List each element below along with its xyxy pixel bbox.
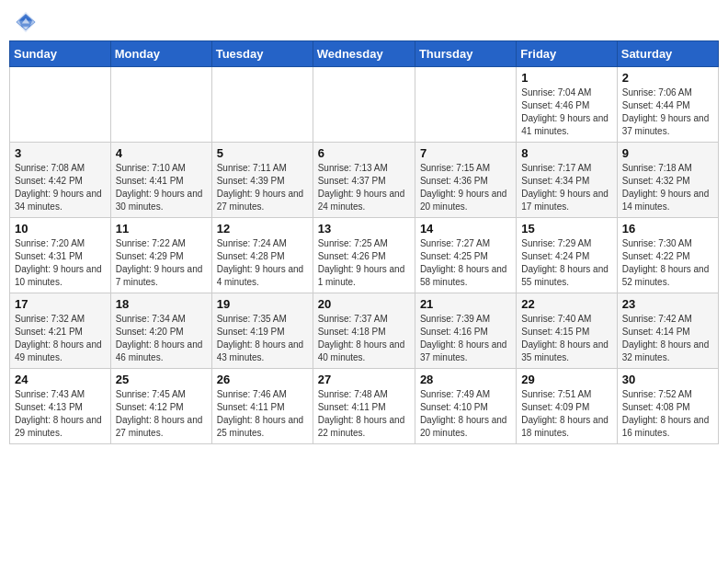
week-row-1: 1Sunrise: 7:04 AM Sunset: 4:46 PM Daylig… bbox=[10, 67, 719, 143]
day-info: Sunrise: 7:37 AM Sunset: 4:18 PM Dayligh… bbox=[318, 313, 410, 364]
calendar-cell: 7Sunrise: 7:15 AM Sunset: 4:36 PM Daylig… bbox=[415, 143, 516, 218]
calendar-cell: 23Sunrise: 7:42 AM Sunset: 4:14 PM Dayli… bbox=[617, 293, 718, 369]
day-number: 1 bbox=[521, 71, 611, 85]
day-info: Sunrise: 7:08 AM Sunset: 4:42 PM Dayligh… bbox=[15, 162, 106, 213]
day-number: 22 bbox=[521, 297, 611, 311]
day-number: 13 bbox=[318, 222, 410, 236]
day-info: Sunrise: 7:30 AM Sunset: 4:22 PM Dayligh… bbox=[622, 237, 713, 289]
week-row-3: 10Sunrise: 7:20 AM Sunset: 4:31 PM Dayli… bbox=[10, 218, 719, 293]
calendar-cell: 24Sunrise: 7:43 AM Sunset: 4:13 PM Dayli… bbox=[10, 369, 111, 444]
calendar-cell bbox=[415, 67, 516, 143]
day-number: 30 bbox=[622, 373, 713, 386]
calendar-cell: 21Sunrise: 7:39 AM Sunset: 4:16 PM Dayli… bbox=[415, 293, 516, 369]
day-number: 25 bbox=[116, 373, 207, 386]
day-number: 18 bbox=[116, 297, 207, 311]
calendar-cell: 19Sunrise: 7:35 AM Sunset: 4:19 PM Dayli… bbox=[211, 293, 313, 369]
day-info: Sunrise: 7:17 AM Sunset: 4:34 PM Dayligh… bbox=[521, 162, 611, 213]
day-number: 6 bbox=[318, 146, 410, 160]
day-info: Sunrise: 7:20 AM Sunset: 4:31 PM Dayligh… bbox=[15, 237, 106, 289]
calendar-cell: 3Sunrise: 7:08 AM Sunset: 4:42 PM Daylig… bbox=[10, 143, 111, 218]
day-info: Sunrise: 7:15 AM Sunset: 4:36 PM Dayligh… bbox=[420, 162, 511, 213]
calendar-cell: 1Sunrise: 7:04 AM Sunset: 4:46 PM Daylig… bbox=[517, 67, 617, 143]
day-info: Sunrise: 7:45 AM Sunset: 4:12 PM Dayligh… bbox=[116, 388, 207, 440]
day-number: 10 bbox=[15, 222, 106, 236]
calendar-cell bbox=[313, 67, 415, 143]
day-number: 28 bbox=[420, 373, 511, 386]
day-number: 26 bbox=[217, 373, 308, 386]
day-info: Sunrise: 7:52 AM Sunset: 4:08 PM Dayligh… bbox=[622, 388, 713, 440]
calendar-cell: 9Sunrise: 7:18 AM Sunset: 4:32 PM Daylig… bbox=[617, 143, 718, 218]
day-info: Sunrise: 7:40 AM Sunset: 4:15 PM Dayligh… bbox=[521, 313, 611, 364]
calendar-cell: 25Sunrise: 7:45 AM Sunset: 4:12 PM Dayli… bbox=[110, 369, 211, 444]
day-number: 4 bbox=[116, 146, 207, 160]
weekday-wednesday: Wednesday bbox=[313, 41, 415, 67]
weekday-tuesday: Tuesday bbox=[211, 41, 313, 67]
day-info: Sunrise: 7:25 AM Sunset: 4:26 PM Dayligh… bbox=[318, 237, 410, 289]
day-info: Sunrise: 7:35 AM Sunset: 4:19 PM Dayligh… bbox=[217, 313, 308, 364]
day-number: 23 bbox=[622, 297, 713, 311]
calendar-cell: 29Sunrise: 7:51 AM Sunset: 4:09 PM Dayli… bbox=[517, 369, 617, 444]
day-info: Sunrise: 7:22 AM Sunset: 4:29 PM Dayligh… bbox=[116, 237, 207, 289]
calendar-cell: 10Sunrise: 7:20 AM Sunset: 4:31 PM Dayli… bbox=[10, 218, 111, 293]
day-number: 20 bbox=[318, 297, 410, 311]
weekday-monday: Monday bbox=[110, 41, 211, 67]
day-info: Sunrise: 7:18 AM Sunset: 4:32 PM Dayligh… bbox=[622, 162, 713, 213]
day-number: 5 bbox=[217, 146, 308, 160]
day-info: Sunrise: 7:32 AM Sunset: 4:21 PM Dayligh… bbox=[15, 313, 106, 364]
calendar-cell: 26Sunrise: 7:46 AM Sunset: 4:11 PM Dayli… bbox=[211, 369, 313, 444]
calendar-cell: 17Sunrise: 7:32 AM Sunset: 4:21 PM Dayli… bbox=[10, 293, 111, 369]
day-info: Sunrise: 7:42 AM Sunset: 4:14 PM Dayligh… bbox=[622, 313, 713, 364]
day-info: Sunrise: 7:46 AM Sunset: 4:11 PM Dayligh… bbox=[217, 388, 308, 440]
day-number: 15 bbox=[521, 222, 611, 236]
day-number: 8 bbox=[521, 146, 611, 160]
day-number: 12 bbox=[217, 222, 308, 236]
calendar-cell: 5Sunrise: 7:11 AM Sunset: 4:39 PM Daylig… bbox=[211, 143, 313, 218]
day-info: Sunrise: 7:13 AM Sunset: 4:37 PM Dayligh… bbox=[318, 162, 410, 213]
calendar-cell bbox=[110, 67, 211, 143]
calendar-cell: 16Sunrise: 7:30 AM Sunset: 4:22 PM Dayli… bbox=[617, 218, 718, 293]
day-number: 24 bbox=[15, 373, 106, 386]
week-row-4: 17Sunrise: 7:32 AM Sunset: 4:21 PM Dayli… bbox=[10, 293, 719, 369]
calendar-cell: 13Sunrise: 7:25 AM Sunset: 4:26 PM Dayli… bbox=[313, 218, 415, 293]
day-info: Sunrise: 7:34 AM Sunset: 4:20 PM Dayligh… bbox=[116, 313, 207, 364]
calendar-cell: 27Sunrise: 7:48 AM Sunset: 4:11 PM Dayli… bbox=[313, 369, 415, 444]
day-number: 2 bbox=[622, 71, 713, 85]
day-info: Sunrise: 7:06 AM Sunset: 4:44 PM Dayligh… bbox=[622, 86, 713, 138]
calendar-cell: 30Sunrise: 7:52 AM Sunset: 4:08 PM Dayli… bbox=[617, 369, 718, 444]
calendar-cell bbox=[10, 67, 111, 143]
weekday-saturday: Saturday bbox=[617, 41, 718, 67]
week-row-2: 3Sunrise: 7:08 AM Sunset: 4:42 PM Daylig… bbox=[10, 143, 719, 218]
calendar-cell: 15Sunrise: 7:29 AM Sunset: 4:24 PM Dayli… bbox=[517, 218, 617, 293]
calendar-cell: 2Sunrise: 7:06 AM Sunset: 4:44 PM Daylig… bbox=[617, 67, 718, 143]
page-header bbox=[9, 9, 719, 35]
day-number: 14 bbox=[420, 222, 511, 236]
day-info: Sunrise: 7:51 AM Sunset: 4:09 PM Dayligh… bbox=[521, 388, 611, 440]
calendar-cell: 22Sunrise: 7:40 AM Sunset: 4:15 PM Dayli… bbox=[517, 293, 617, 369]
calendar-cell: 6Sunrise: 7:13 AM Sunset: 4:37 PM Daylig… bbox=[313, 143, 415, 218]
calendar-cell: 14Sunrise: 7:27 AM Sunset: 4:25 PM Dayli… bbox=[415, 218, 516, 293]
day-number: 11 bbox=[116, 222, 207, 236]
day-info: Sunrise: 7:04 AM Sunset: 4:46 PM Dayligh… bbox=[521, 86, 611, 138]
day-info: Sunrise: 7:48 AM Sunset: 4:11 PM Dayligh… bbox=[318, 388, 410, 440]
week-row-5: 24Sunrise: 7:43 AM Sunset: 4:13 PM Dayli… bbox=[10, 369, 719, 444]
day-number: 9 bbox=[622, 146, 713, 160]
day-number: 17 bbox=[15, 297, 106, 311]
calendar-cell: 11Sunrise: 7:22 AM Sunset: 4:29 PM Dayli… bbox=[110, 218, 211, 293]
day-number: 7 bbox=[420, 146, 511, 160]
calendar-table: SundayMondayTuesdayWednesdayThursdayFrid… bbox=[9, 40, 719, 444]
day-number: 16 bbox=[622, 222, 713, 236]
day-number: 21 bbox=[420, 297, 511, 311]
day-number: 27 bbox=[318, 373, 410, 386]
calendar-cell: 8Sunrise: 7:17 AM Sunset: 4:34 PM Daylig… bbox=[517, 143, 617, 218]
logo bbox=[13, 9, 42, 35]
day-info: Sunrise: 7:11 AM Sunset: 4:39 PM Dayligh… bbox=[217, 162, 308, 213]
weekday-thursday: Thursday bbox=[415, 41, 516, 67]
calendar-cell: 4Sunrise: 7:10 AM Sunset: 4:41 PM Daylig… bbox=[110, 143, 211, 218]
day-number: 3 bbox=[15, 146, 106, 160]
day-info: Sunrise: 7:24 AM Sunset: 4:28 PM Dayligh… bbox=[217, 237, 308, 289]
day-info: Sunrise: 7:49 AM Sunset: 4:10 PM Dayligh… bbox=[420, 388, 511, 440]
day-info: Sunrise: 7:39 AM Sunset: 4:16 PM Dayligh… bbox=[420, 313, 511, 364]
day-info: Sunrise: 7:29 AM Sunset: 4:24 PM Dayligh… bbox=[521, 237, 611, 289]
calendar-cell: 18Sunrise: 7:34 AM Sunset: 4:20 PM Dayli… bbox=[110, 293, 211, 369]
day-number: 19 bbox=[217, 297, 308, 311]
